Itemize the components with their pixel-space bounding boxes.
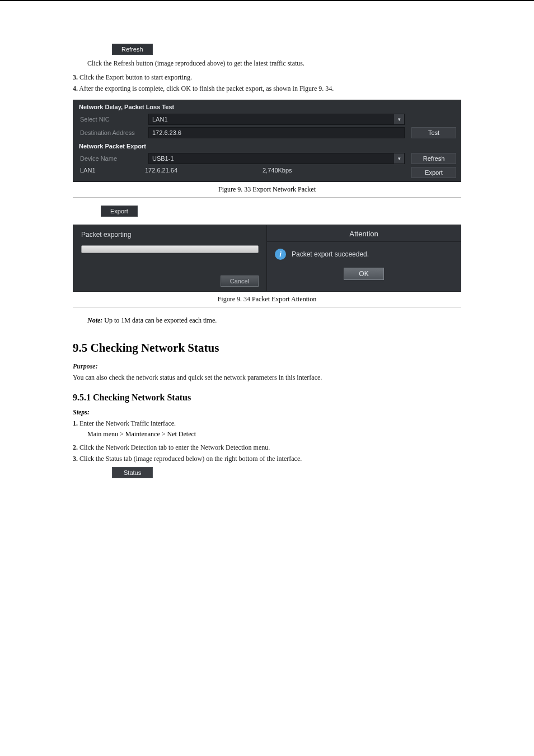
step3b-label: 3. [73,455,78,463]
divider [73,197,461,198]
purpose-label: Purpose: [73,362,98,370]
step2b-text: Click the Network Detection tab to enter… [79,444,270,451]
network-detection-panel: Network Delay, Packet Loss Test Select N… [73,100,461,182]
select-nic-row: Select NIC LAN1 ▾ [73,113,461,126]
dest-addr-value: 172.6.23.6 [152,129,181,136]
note-label: Note: [87,316,102,324]
step2-continued: Click the Refresh button (image reproduc… [87,59,461,68]
step1-label: 1. [73,419,78,427]
export-button[interactable]: Export [411,167,456,178]
nav-path: Main menu > Maintenance > Net Detect [87,430,461,438]
packet-exporting-dialog: Packet exporting Cancel [73,225,267,292]
section-a-title: Network Delay, Packet Loss Test [73,100,461,113]
bitrate-cell: 2,740Kbps [263,167,408,178]
refresh-image-ref: Refresh [112,44,153,55]
dest-addr-row: Destination Address 172.6.23.6 Test [73,126,461,139]
heading-9-5-1: 9.5.1 Checking Network Status [73,393,461,403]
figure-9-34-caption: Figure 9. 34 Packet Export Attention [73,295,461,304]
step4-text: After the exporting is complete, click O… [79,85,334,92]
chevron-down-icon: ▾ [394,114,404,124]
device-name-dropdown[interactable]: USB1-1 ▾ [148,153,405,164]
step3b: 3. Click the Status tab (image reproduce… [73,454,461,464]
export-dialog-figures: Packet exporting Cancel Attention i Pack… [73,225,461,292]
step1: 1. Enter the Network Traffic interface. [73,419,461,428]
info-icon: i [275,249,286,260]
status-tab-image-ref: Status [112,467,153,478]
ip-cell: 172.6.21.64 [145,167,263,178]
attention-title: Attention [267,225,461,242]
step2b-label: 2. [73,444,78,451]
step2b: 2. Click the Network Detection tab to en… [73,443,461,452]
figure-9-33-caption: Figure 9. 33 Export Network Packet [73,185,461,194]
export-data-row: LAN1 172.6.21.64 2,740Kbps Export [73,165,461,181]
purpose-block: Purpose: [73,362,461,371]
select-nic-label: Select NIC [78,116,145,123]
refresh-button[interactable]: Refresh [411,153,456,164]
step4-label: 4. [73,85,78,92]
step3b-text: Click the Status tab (image reproduced b… [79,455,302,463]
dest-addr-input[interactable]: 172.6.23.6 [148,127,405,138]
step3-label: 3. [73,73,78,81]
dest-addr-label: Destination Address [78,129,145,136]
note-block: Note: Up to 1M data can be exported each… [87,315,461,325]
steps-label: Steps: [73,408,461,417]
test-button[interactable]: Test [411,127,456,138]
divider [73,307,461,307]
ok-button[interactable]: OK [344,268,383,280]
step3-text: Click the Export button to start exporti… [79,73,192,81]
step1-text: Enter the Network Traffic interface. [79,419,176,427]
section-b-title: Network Packet Export [73,139,461,152]
export-tab-image-ref: Export [101,206,138,217]
progress-bar [81,245,259,253]
heading-9-5: 9.5 Checking Network Status [73,341,461,355]
device-name-row: Device Name USB1-1 ▾ Refresh [73,152,461,165]
chevron-down-icon: ▾ [394,153,404,164]
step4: 4. After the exporting is complete, clic… [73,84,461,94]
note-text: Up to 1M data can be exported each time. [104,316,217,324]
device-name-label: Device Name [78,155,145,162]
lan1-cell: LAN1 [78,167,145,178]
attention-dialog: Attention i Packet export succeeded. OK [267,225,461,292]
packet-exporting-title: Packet exporting [81,231,259,239]
cancel-button[interactable]: Cancel [221,276,259,287]
device-name-value: USB1-1 [152,155,174,162]
select-nic-dropdown[interactable]: LAN1 ▾ [148,114,405,125]
attention-message: Packet export succeeded. [292,250,369,258]
step3: 3. Click the Export button to start expo… [73,73,461,82]
purpose-text: You can also check the network status an… [73,373,461,382]
select-nic-value: LAN1 [152,116,168,123]
